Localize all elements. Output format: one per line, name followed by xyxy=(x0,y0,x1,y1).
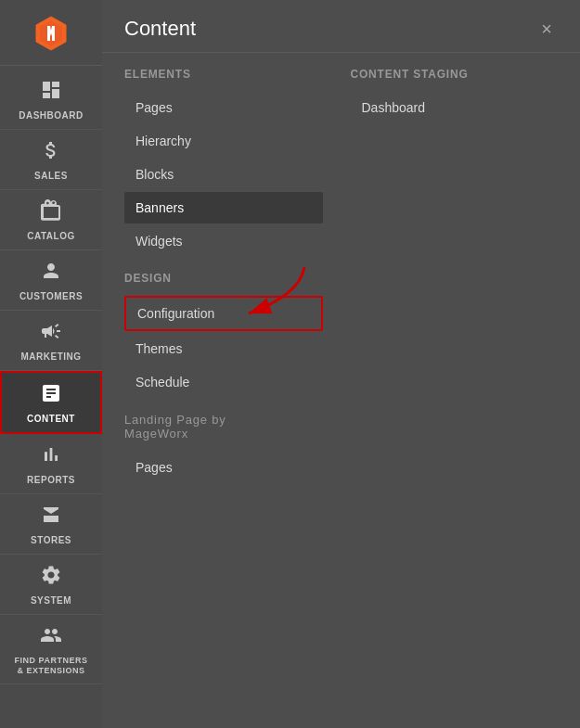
sidebar-item-label-customers: CUSTOMERS xyxy=(19,291,83,302)
magento-logo-icon xyxy=(31,13,71,54)
menu-item-lp-pages[interactable]: Pages xyxy=(124,452,323,483)
close-button[interactable]: × xyxy=(535,18,558,40)
sidebar-item-label-sales: SALES xyxy=(34,171,68,182)
landing-page-section: Landing Page byMageWorx Pages xyxy=(124,413,323,483)
logo-container xyxy=(0,0,102,66)
landing-page-heading: Landing Page byMageWorx xyxy=(124,413,323,441)
sidebar-item-label-catalog: CATALOG xyxy=(27,231,74,242)
menu-item-configuration[interactable]: Configuration xyxy=(124,296,323,331)
content-panel: Content × Elements Pages Hierarchy Block… xyxy=(102,0,580,728)
content-staging-heading: Content Staging xyxy=(351,68,559,81)
sidebar-item-label-find-partners: FIND PARTNERS& EXTENSIONS xyxy=(15,656,88,676)
reports-icon xyxy=(40,443,62,471)
sidebar: DASHBOARD SALES CATALOG CUSTOMERS MARKET… xyxy=(0,0,102,728)
menu-item-staging-dashboard[interactable]: Dashboard xyxy=(351,92,559,123)
elements-section: Elements Pages Hierarchy Blocks Banners … xyxy=(124,68,323,257)
dashboard-icon xyxy=(40,79,62,107)
customers-icon xyxy=(40,260,62,287)
sidebar-item-customers[interactable]: CUSTOMERS xyxy=(0,250,102,311)
sidebar-item-dashboard[interactable]: DASHBOARD xyxy=(0,70,102,130)
design-section: Design Configuration Themes Schedule xyxy=(124,272,323,398)
menu-item-pages[interactable]: Pages xyxy=(124,92,323,123)
catalog-icon xyxy=(40,199,62,227)
menu-item-blocks[interactable]: Blocks xyxy=(124,159,323,190)
content-icon xyxy=(40,382,62,410)
sidebar-item-sales[interactable]: SALES xyxy=(0,130,102,190)
find-partners-icon xyxy=(40,624,62,652)
sidebar-item-marketing[interactable]: MARKETING xyxy=(0,311,102,371)
menu-item-banners[interactable]: Banners xyxy=(124,192,323,224)
panel-header: Content × xyxy=(102,0,580,53)
sidebar-item-label-marketing: MARKETING xyxy=(20,351,81,363)
panel-left-column: Elements Pages Hierarchy Blocks Banners … xyxy=(124,68,342,491)
stores-icon xyxy=(40,504,62,531)
elements-heading: Elements xyxy=(124,68,323,81)
sidebar-item-find-partners[interactable]: FIND PARTNERS& EXTENSIONS xyxy=(0,615,102,684)
menu-item-hierarchy[interactable]: Hierarchy xyxy=(124,125,323,157)
menu-item-themes[interactable]: Themes xyxy=(124,333,323,364)
sidebar-item-stores[interactable]: STORES xyxy=(0,494,102,555)
sidebar-item-label-reports: REPORTS xyxy=(27,475,75,486)
sidebar-item-reports[interactable]: REPORTS xyxy=(0,434,102,494)
marketing-icon xyxy=(40,320,62,348)
menu-item-schedule[interactable]: Schedule xyxy=(124,366,323,398)
design-heading: Design xyxy=(124,272,323,285)
sidebar-item-catalog[interactable]: CATALOG xyxy=(0,190,102,250)
sidebar-item-label-stores: STORES xyxy=(31,535,71,546)
panel-right-column: Content Staging Dashboard xyxy=(342,68,559,491)
sidebar-item-label-system: SYSTEM xyxy=(31,595,71,607)
menu-item-widgets[interactable]: Widgets xyxy=(124,225,323,257)
sidebar-item-label-dashboard: DASHBOARD xyxy=(19,110,84,121)
sidebar-item-content[interactable]: CONTENT xyxy=(0,371,102,434)
system-icon xyxy=(40,564,62,592)
sidebar-item-label-content: CONTENT xyxy=(27,414,75,425)
sales-icon xyxy=(40,139,62,167)
content-staging-section: Content Staging Dashboard xyxy=(351,68,559,123)
sidebar-item-system[interactable]: SYSTEM xyxy=(0,555,102,615)
panel-title: Content xyxy=(124,17,196,41)
panel-body: Elements Pages Hierarchy Blocks Banners … xyxy=(102,53,580,505)
